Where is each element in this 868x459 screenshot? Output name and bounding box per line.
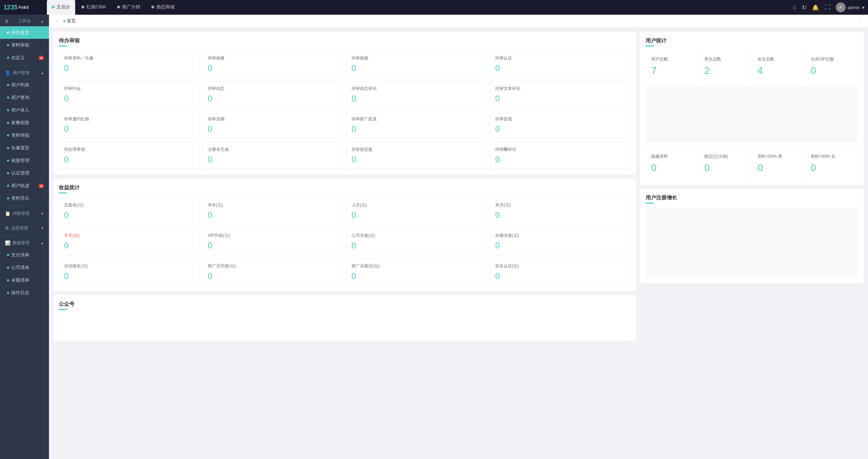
tab-dot (117, 6, 120, 8)
sidebar-item-user-list[interactable]: 用户列表 (0, 79, 49, 91)
user-stats-row2: 隐藏资料 0 锁定(已注销) 0 资料>50%-男 0 资料>50%-女 (646, 145, 858, 179)
sidebar-item-user-query[interactable]: 用户查询 (0, 91, 49, 104)
breadcrumb-dot (63, 20, 65, 22)
stat-dynamic: 待审动态 0 (202, 81, 343, 108)
sidebar-item-operation-log[interactable]: 操作日志 (0, 287, 49, 299)
content-area: ‹ 首页 › 待办审核 待审资料／头像 0 (49, 15, 868, 459)
bell-icon[interactable]: 🔔 (812, 4, 819, 11)
sidebar-item-user-entry[interactable]: 用户录入 (0, 104, 49, 116)
divider3 (0, 221, 49, 221)
sidebar-group-content[interactable]: 📋 内容管理 ▼ (0, 208, 49, 219)
breadcrumb-item-home: 首页 (63, 18, 76, 24)
divider2 (0, 206, 49, 206)
title-underline3 (59, 309, 67, 310)
sidebar-item-balance-list[interactable]: 余额清单 (0, 274, 49, 287)
rev-realname: 实名认证(元) 0 (490, 259, 630, 285)
data-icon: 📊 (5, 240, 10, 246)
title-underline2 (59, 192, 67, 193)
tab-dot (81, 6, 84, 8)
tab-wedding-mall[interactable]: 婚恋商城 (147, 0, 179, 15)
stat-article-comment: 待审文章评论 0 (490, 81, 630, 108)
rev-today: 今天(元) 0 (59, 228, 199, 255)
refresh-icon[interactable]: ↻ (802, 4, 806, 11)
breadcrumb: ‹ 首页 › (49, 15, 868, 28)
tab-hongniang-crm[interactable]: 红娘CRM (77, 0, 111, 15)
rev-lastmonth: 上月(元) 0 (346, 198, 486, 225)
main-columns: 待办审核 待审资料／头像 0 待审相册 0 待审视频 0 (49, 28, 868, 459)
sidebar-item-data-export[interactable]: 资料导出 (0, 192, 49, 205)
workbench-header[interactable]: ⊞ 工作台 ▲ (0, 15, 49, 26)
sidebar-item-payment-list[interactable]: 支付清单 (0, 249, 49, 261)
chevron-up-icon: ▲ (41, 71, 44, 75)
stat-locked: 锁定(已注销) 0 (699, 148, 752, 179)
rev-promo-activate: 推广员激活(元) 0 (346, 259, 486, 285)
user-growth-card: 用户注册增长 (640, 189, 864, 283)
sidebar-group-ops[interactable]: ⚙ 运营管理 ▼ (0, 223, 49, 234)
user-stats-chart-area (646, 86, 858, 142)
tab-dot (151, 6, 154, 8)
title-underline4 (646, 45, 654, 47)
sidebar-item-avatar-page[interactable]: 头像置页 (0, 142, 49, 154)
fullscreen-icon[interactable]: ⛶ (825, 4, 830, 10)
sidebar-item-custom[interactable]: 自定义 ● (0, 51, 49, 64)
tab-main-backend[interactable]: 主后台 (47, 0, 75, 15)
rev-activity: 活动报名(元) 0 (59, 259, 199, 285)
stat-date: 待审约会 0 (59, 81, 199, 108)
stat-dynamic-comment: 待审动态评论 0 (346, 81, 486, 108)
divider (0, 65, 49, 66)
bullet-icon (7, 160, 9, 162)
rev-vip: VIP升级(元) 0 (202, 228, 343, 255)
user-stats-title: 用户统计 (646, 37, 858, 44)
sidebar-group-user[interactable]: 👤 用户管理 ▲ (0, 67, 49, 79)
user-stats-card: 用户统计 用户总数 7 男生总数 2 女生总数 4 (640, 32, 864, 185)
nav-forward-icon[interactable]: › (856, 17, 862, 24)
stat-hidden-data: 隐藏资料 0 (646, 148, 699, 179)
topbar-right: ⌂ ↻ 🔔 ⛶ A admin ▾ (793, 2, 865, 12)
sidebar: ⊞ 工作台 ▲ 待办首页 资料审核 自定义 ● 👤 用户管理 ▲ 用户列表 (0, 15, 49, 459)
stat-male-users: 男生总数 2 (699, 51, 752, 82)
title-underline (59, 45, 67, 47)
stat-video: 待审视频 0 (346, 51, 486, 78)
chevron-up-icon2: ▲ (41, 241, 44, 245)
stat-reject-question: 待审驳还题 0 (346, 142, 486, 169)
user-growth-chart (646, 208, 858, 278)
bullet-icon (7, 109, 9, 111)
sidebar-item-certification[interactable]: 认证管理 (0, 167, 49, 179)
stat-shop: 待审店铺 0 (202, 112, 343, 139)
bullet-icon (7, 279, 9, 281)
gongzhonghao-card: 公众号 (53, 295, 636, 341)
sidebar-item-data-review[interactable]: 资料审核 (0, 39, 49, 51)
rev-total: 总盈收(元) 0 (59, 198, 199, 225)
home-icon[interactable]: ⌂ (793, 4, 796, 10)
admin-menu[interactable]: A admin ▾ (836, 2, 865, 12)
bullet-icon (7, 197, 9, 199)
grid-icon: ⊞ (5, 19, 8, 24)
sidebar-group-data[interactable]: 📊 数据管理 ▲ (0, 237, 49, 249)
gongzhonghao-content (59, 314, 630, 335)
stat-withdraw: 待审提现 0 (490, 112, 630, 139)
chevron-down-icon2: ▼ (41, 226, 44, 230)
bullet-icon (7, 172, 9, 174)
sidebar-item-todo-home[interactable]: 待办首页 (0, 26, 49, 39)
tab-promotion[interactable]: 推广分销 (112, 0, 145, 15)
chevron-down-icon: ▼ (41, 212, 44, 216)
bullet-icon (7, 31, 9, 34)
sidebar-item-package-rights[interactable]: 套餐权限 (0, 116, 49, 129)
sidebar-item-coin-list[interactable]: 心币清单 (0, 261, 49, 274)
sidebar-item-user-track[interactable]: 用户轨迹 ● (0, 179, 49, 192)
stat-invite-hongniang: 待审邀约红娘 0 (59, 112, 199, 139)
bullet-icon (7, 254, 9, 256)
custom-badge: ● (38, 56, 44, 60)
rev-year: 本年(元) 0 (202, 198, 343, 225)
nav-back-icon[interactable]: ‹ (55, 17, 61, 24)
stat-data-female: 资料>50%-女 0 (805, 148, 858, 179)
col-left: 待办审核 待审资料／头像 0 待审相册 0 待审视频 0 (53, 32, 636, 455)
bullet-icon (7, 57, 9, 59)
sidebar-item-album[interactable]: 相册管理 (0, 154, 49, 167)
user-growth-title: 用户注册增长 (646, 195, 858, 201)
bullet-icon (7, 134, 9, 136)
bullet-icon (7, 292, 9, 294)
sidebar-item-data-review2[interactable]: 资料审核 (0, 129, 49, 142)
rev-thismonth: 本月(元) 0 (490, 198, 630, 225)
rev-balance: 余额充值(元) 0 (490, 228, 630, 255)
